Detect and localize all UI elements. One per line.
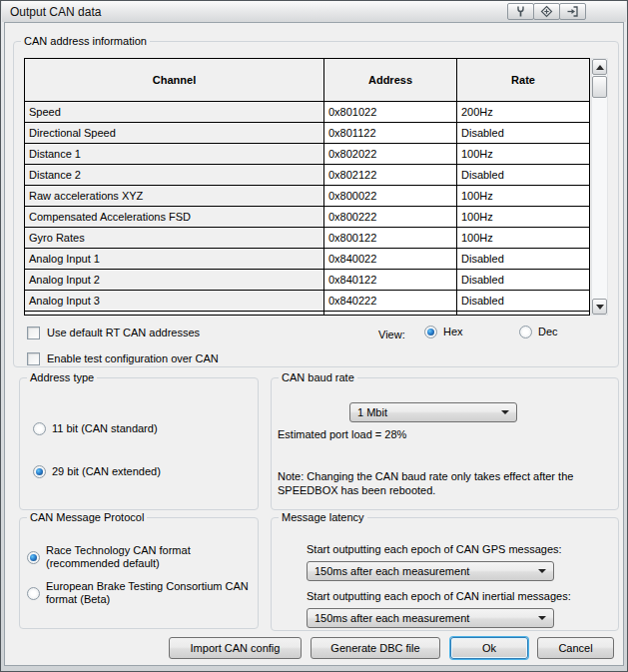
radio-circle — [424, 326, 437, 338]
group-label-address-type: Address type — [27, 371, 97, 383]
cell-address: 0x801122 — [324, 123, 457, 143]
exit-button[interactable] — [559, 3, 586, 20]
table-row[interactable]: Directional Speed0x801122Disabled — [25, 123, 589, 144]
move-icon — [540, 5, 553, 18]
radio-race-technology-format[interactable]: Race Technology CAN format (recommended … — [27, 544, 221, 570]
cell-channel: Directional Speed — [25, 123, 324, 143]
cell-rate: 100Hz — [457, 207, 589, 227]
radio-label: 29 bit (CAN extended) — [52, 465, 161, 478]
group-label-message-latency: Message latency — [279, 511, 367, 523]
scrollbar-thumb[interactable] — [592, 76, 607, 98]
cell-channel: Compensated Accelerations FSD — [25, 207, 324, 227]
view-dec-radio[interactable]: Dec — [519, 326, 558, 338]
exit-icon — [566, 5, 579, 18]
checkbox-box — [27, 327, 40, 339]
table-row[interactable]: Analog Input 20x840122Disabled — [25, 270, 589, 291]
cell-channel: Analog Input 3 — [25, 291, 324, 311]
cell-address: 0x840122 — [324, 270, 457, 290]
checkbox-box — [27, 352, 40, 365]
cell-address: 0x840222 — [324, 291, 457, 311]
radio-circle — [519, 326, 532, 338]
cell-rate: Disabled — [457, 291, 589, 311]
scroll-down-icon — [596, 305, 604, 310]
table-row[interactable]: Analog Input 30x840222Disabled — [25, 291, 589, 312]
checkbox-label: Enable test configuration over CAN — [47, 352, 219, 365]
radio-circle — [27, 551, 40, 564]
can-table-header: Channel Address Rate — [25, 59, 589, 102]
scroll-down-button[interactable] — [592, 299, 607, 315]
column-header-rate: Rate — [457, 59, 589, 101]
radio-european-brake-format[interactable]: European Brake Testing Consortium CAN fo… — [27, 580, 258, 606]
address-type-group: Address type 11 bit (CAN standard) 29 bi… — [19, 371, 259, 510]
use-default-rt-addresses-checkbox[interactable]: Use default RT CAN addresses — [27, 327, 200, 339]
radio-11bit-standard[interactable]: 11 bit (CAN standard) — [33, 422, 158, 435]
radio-circle — [33, 465, 46, 478]
tools-button[interactable] — [507, 3, 534, 20]
cell-channel: Distance 1 — [25, 144, 324, 164]
titlebar-buttons — [508, 3, 586, 20]
cell-address: 0x802122 — [324, 165, 457, 185]
cell-address: 0x800022 — [324, 186, 457, 206]
cell-rate: 100Hz — [457, 186, 589, 206]
can-address-information-group: CAN address information Channel Address … — [13, 35, 619, 367]
cell-channel: Analog Input 1 — [25, 249, 324, 269]
baud-rate-note: Note: Changing the CAN baud rate only ta… — [278, 469, 615, 497]
cell-address: 0x802022 — [324, 144, 457, 164]
view-hex-radio[interactable]: Hex — [424, 326, 463, 338]
enable-test-configuration-checkbox[interactable]: Enable test configuration over CAN — [27, 352, 219, 365]
cell-address: 0x800122 — [324, 228, 457, 248]
gps-latency-dropdown[interactable]: 150ms after each measurement — [307, 561, 554, 581]
cell-address — [324, 312, 457, 316]
table-row[interactable] — [25, 312, 589, 316]
radio-label: Race Technology CAN format (recommended … — [46, 544, 221, 570]
cell-channel: Speed — [25, 102, 324, 122]
table-row[interactable]: Speed0x801022200Hz — [25, 102, 589, 123]
cell-channel: Analog Input 2 — [25, 270, 324, 290]
inertial-latency-dropdown[interactable]: 150ms after each measurement — [307, 608, 554, 628]
group-label-can-message-protocol: CAN Message Protocol — [27, 511, 147, 523]
table-row[interactable]: Analog Input 10x840022Disabled — [25, 249, 589, 270]
cell-address: 0x800222 — [324, 207, 457, 227]
radio-label: European Brake Testing Consortium CAN fo… — [46, 580, 258, 606]
table-scrollbar[interactable] — [591, 58, 608, 316]
move-button[interactable] — [533, 3, 560, 20]
table-row[interactable]: Raw accelerations XYZ0x800022100Hz — [25, 186, 589, 207]
port-load-text: Estimated port load = 28% — [278, 427, 406, 441]
cell-channel: Raw accelerations XYZ — [25, 186, 324, 206]
table-row[interactable]: Distance 20x802122Disabled — [25, 165, 589, 186]
cell-rate: Disabled — [457, 123, 589, 143]
can-address-table: Channel Address Rate Speed0x801022200HzD… — [24, 58, 590, 316]
cancel-button[interactable]: Cancel — [537, 637, 614, 659]
scroll-up-button[interactable] — [592, 59, 607, 75]
cell-channel — [25, 312, 324, 316]
cell-address: 0x801022 — [324, 102, 457, 122]
import-can-config-button[interactable]: Import CAN config — [169, 637, 302, 659]
table-row[interactable]: Compensated Accelerations FSD0x800222100… — [25, 207, 589, 228]
scrollbar-track[interactable] — [592, 98, 607, 299]
window-title: Output CAN data — [10, 5, 101, 19]
radio-circle — [27, 587, 40, 600]
cell-rate: 200Hz — [457, 102, 589, 122]
chevron-down-icon — [538, 616, 546, 620]
column-header-address: Address — [324, 59, 457, 101]
output-can-data-dialog: Output CAN data — [0, 0, 628, 672]
dropdown-value: 1 Mbit — [357, 406, 387, 418]
radio-label: Hex — [443, 326, 463, 338]
cell-rate: Disabled — [457, 165, 589, 185]
radio-29bit-extended[interactable]: 29 bit (CAN extended) — [33, 465, 161, 478]
baud-rate-dropdown[interactable]: 1 Mbit — [349, 402, 517, 422]
titlebar[interactable]: Output CAN data — [2, 1, 626, 22]
table-row[interactable]: Distance 10x802022100Hz — [25, 144, 589, 165]
cell-rate: 100Hz — [457, 228, 589, 248]
table-row[interactable]: Gyro Rates0x800122100Hz — [25, 228, 589, 249]
radio-label: 11 bit (CAN standard) — [52, 422, 158, 435]
checkbox-label: Use default RT CAN addresses — [47, 327, 200, 339]
message-latency-group: Message latency Start outputting each ep… — [271, 511, 619, 631]
view-label: View: — [378, 328, 405, 341]
scroll-up-icon — [596, 65, 604, 70]
chevron-down-icon — [538, 569, 546, 573]
ok-button[interactable]: Ok — [450, 637, 528, 659]
generate-dbc-file-button[interactable]: Generate DBC file — [311, 637, 440, 659]
cell-rate: 100Hz — [457, 144, 589, 164]
cell-rate: Disabled — [457, 270, 589, 290]
